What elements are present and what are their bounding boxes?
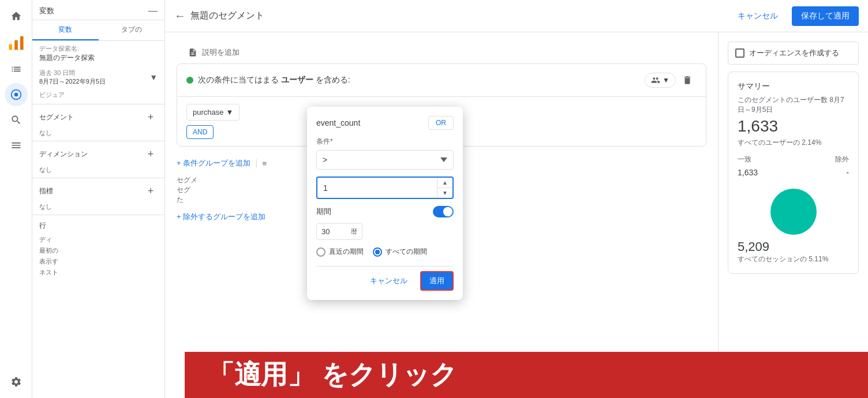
popup-value-input[interactable] — [317, 179, 437, 197]
filter-popup: event_count OR 条件* > >= < <= = ▲ ▼ 期間 — [307, 107, 463, 300]
value-decrement-button[interactable]: ▼ — [437, 188, 452, 198]
popup-cancel-button[interactable]: キャンセル — [364, 271, 413, 291]
period-toggle[interactable] — [433, 206, 454, 217]
radio-recent-circle — [316, 247, 326, 257]
popup-condition-label: 条件* — [316, 137, 454, 147]
radio-all-circle — [373, 247, 382, 257]
popup-overlay: event_count OR 条件* > >= < <= = ▲ ▼ 期間 — [0, 0, 868, 398]
or-button[interactable]: OR — [428, 116, 454, 130]
popup-footer: キャンセル 適用 — [316, 266, 454, 291]
popup-apply-button[interactable]: 適用 — [420, 271, 454, 291]
days-input[interactable] — [317, 224, 346, 239]
popup-radio-row: 直近の期間 すべての期間 — [316, 247, 454, 257]
days-unit-label: 暦 — [346, 225, 362, 238]
red-banner: 「適用」 をクリック — [185, 352, 868, 398]
red-banner-text: 「適用」 をクリック — [208, 357, 457, 393]
popup-days-row: 暦 — [316, 223, 454, 240]
radio-all-label: すべての期間 — [386, 247, 427, 257]
popup-title: event_count — [316, 118, 360, 127]
radio-option-recent[interactable]: 直近の期間 — [316, 247, 364, 257]
value-increment-button[interactable]: ▲ — [437, 178, 452, 188]
popup-period-label: 期間 — [316, 206, 331, 217]
days-input-wrap: 暦 — [316, 223, 362, 240]
popup-condition-select[interactable]: > >= < <= = — [316, 150, 454, 170]
radio-recent-label: 直近の期間 — [329, 247, 364, 257]
radio-option-all[interactable]: すべての期間 — [373, 247, 427, 257]
popup-period-row: 期間 — [316, 206, 454, 217]
popup-value-input-wrap: ▲ ▼ — [316, 177, 454, 199]
